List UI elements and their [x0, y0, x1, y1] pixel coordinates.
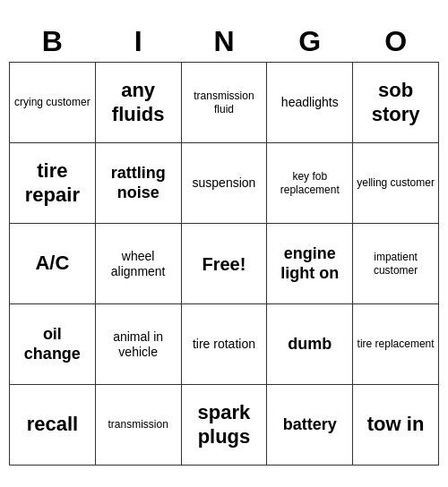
bingo-cell: animal in vehicle — [95, 304, 181, 385]
bingo-cell: transmission fluid — [181, 63, 267, 143]
bingo-body: crying customerany fluidstransmission fl… — [10, 63, 439, 466]
cell-label: sob story — [357, 79, 435, 126]
bingo-cell: battery — [267, 385, 353, 466]
bingo-cell: recall — [10, 385, 96, 466]
cell-label: tow in — [357, 413, 435, 436]
cell-label: animal in vehicle — [99, 329, 177, 360]
bingo-cell: tire rotation — [181, 304, 267, 385]
cell-label: transmission fluid — [185, 90, 263, 115]
bingo-header-letter: N — [181, 21, 267, 63]
cell-label: headlights — [271, 95, 349, 110]
cell-label: spark plugs — [185, 401, 263, 449]
bingo-cell: tow in — [353, 385, 439, 466]
bingo-cell: rattling noise — [95, 143, 181, 224]
cell-label: tire replacement — [357, 337, 435, 350]
bingo-cell: sob story — [353, 63, 439, 143]
bingo-header-letter: B — [10, 21, 96, 63]
bingo-cell: A/C — [10, 224, 96, 304]
cell-label: key fob replacement — [271, 170, 349, 196]
cell-label: dumb — [271, 335, 349, 355]
bingo-row: tire repairrattling noisesuspensionkey f… — [10, 143, 439, 224]
bingo-cell: key fob replacement — [267, 143, 353, 224]
bingo-row: crying customerany fluidstransmission fl… — [10, 63, 439, 143]
cell-label: oil change — [13, 325, 91, 363]
cell-label: transmission — [99, 418, 177, 431]
cell-label: battery — [271, 415, 349, 435]
cell-label: engine light on — [271, 244, 349, 283]
bingo-cell: Free! — [181, 224, 267, 304]
bingo-cell: headlights — [267, 63, 353, 143]
cell-label: yelling customer — [357, 176, 435, 189]
bingo-cell: suspension — [181, 143, 267, 224]
bingo-cell: dumb — [267, 304, 353, 385]
bingo-cell: wheel alignment — [95, 224, 181, 304]
bingo-header-letter: G — [267, 21, 353, 63]
cell-label: suspension — [185, 175, 263, 191]
cell-label: rattling noise — [99, 164, 177, 202]
cell-label: crying customer — [13, 96, 91, 108]
bingo-cell: crying customer — [10, 63, 96, 143]
bingo-cell: transmission — [95, 385, 181, 466]
bingo-cell: impatient customer — [353, 224, 439, 304]
cell-label: any fluids — [99, 79, 177, 126]
bingo-cell: spark plugs — [181, 385, 267, 466]
bingo-header-letter: O — [353, 21, 439, 63]
cell-label: wheel alignment — [99, 249, 177, 279]
cell-label: A/C — [13, 252, 91, 275]
bingo-card: BINGO crying customerany fluidstransmiss… — [9, 21, 439, 466]
cell-label: impatient customer — [357, 251, 435, 277]
bingo-header-letter: I — [95, 21, 181, 63]
bingo-cell: engine light on — [267, 224, 353, 304]
bingo-cell: oil change — [10, 304, 96, 385]
cell-label: tire rotation — [185, 337, 263, 352]
bingo-cell: yelling customer — [353, 143, 439, 224]
bingo-row: A/Cwheel alignmentFree!engine light onim… — [10, 224, 439, 304]
cell-label: recall — [13, 413, 91, 436]
bingo-cell: any fluids — [95, 63, 181, 143]
bingo-cell: tire replacement — [353, 304, 439, 385]
cell-label: tire repair — [13, 159, 91, 207]
bingo-row: recalltransmissionspark plugsbatterytow … — [10, 385, 439, 466]
bingo-row: oil changeanimal in vehicletire rotation… — [10, 304, 439, 385]
cell-label: Free! — [185, 253, 263, 275]
bingo-cell: tire repair — [10, 143, 96, 224]
bingo-header: BINGO — [10, 21, 439, 63]
